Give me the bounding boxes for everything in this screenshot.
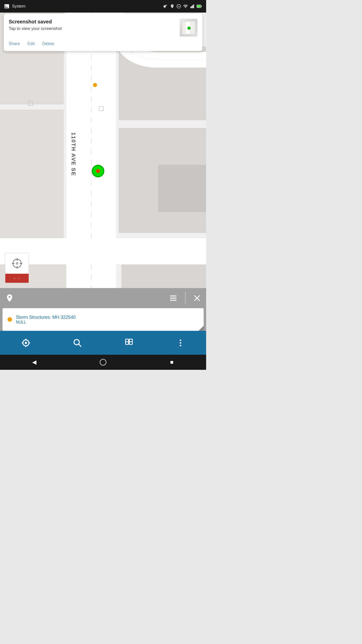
notification-thumbnail-inner <box>180 19 197 36</box>
info-card-subtitle: NULL <box>16 320 199 325</box>
svg-rect-11 <box>197 5 200 7</box>
info-card-corner <box>199 326 204 331</box>
notification-card[interactable]: Screenshot saved Tap to view your screen… <box>4 14 202 51</box>
panel-toolbar <box>0 288 206 308</box>
list-icon[interactable] <box>169 294 177 302</box>
photo-icon <box>4 4 10 9</box>
location-marker <box>92 165 104 177</box>
mute-icon <box>163 4 168 9</box>
info-card[interactable]: Storm Structures: MH 322540 NULL <box>3 308 204 331</box>
more-icon <box>176 338 185 347</box>
bottom-panel: Storm Structures: MH 322540 NULL <box>0 288 206 331</box>
svg-rect-7 <box>191 6 192 8</box>
svg-rect-23 <box>0 238 206 264</box>
panel-separator <box>185 292 186 304</box>
notification-title: Screenshot saved <box>9 19 180 25</box>
target-button-bottom[interactable]: - - <box>5 274 29 283</box>
close-icon[interactable] <box>193 294 201 302</box>
more-nav-button[interactable] <box>173 335 188 350</box>
map-pin-toolbar-icon <box>5 294 14 303</box>
map-svg <box>0 13 206 288</box>
map-area[interactable]: 110TH AVE SE - - <box>0 13 206 288</box>
locate-nav-button[interactable] <box>18 335 33 350</box>
location-pin-icon <box>170 4 174 9</box>
battery-icon <box>197 4 202 9</box>
delete-button[interactable]: Delete <box>42 42 54 46</box>
notification-thumbnail <box>180 19 197 36</box>
status-bar-right <box>163 4 202 9</box>
svg-point-54 <box>180 339 181 341</box>
orange-marker <box>93 83 97 87</box>
bookmarks-icon <box>124 338 133 347</box>
street-label: 110TH AVE SE <box>70 132 77 176</box>
info-card-title: Storm Structures: MH 322540 <box>16 315 199 320</box>
nav-bar <box>0 331 206 355</box>
panel-toolbar-left <box>5 294 14 303</box>
svg-rect-6 <box>191 7 191 8</box>
notification-header: Screenshot saved Tap to view your screen… <box>9 19 197 36</box>
svg-point-47 <box>25 342 27 344</box>
svg-rect-12 <box>201 6 202 7</box>
edit-button[interactable]: Edit <box>27 42 35 46</box>
share-button[interactable]: Share <box>9 42 20 46</box>
signal-icon <box>190 4 195 9</box>
svg-point-35 <box>188 27 190 29</box>
svg-rect-20 <box>158 165 206 212</box>
svg-point-36 <box>9 296 11 298</box>
svg-point-1 <box>6 5 7 6</box>
svg-point-55 <box>180 342 181 344</box>
search-nav-button[interactable] <box>70 335 85 350</box>
dnd-icon <box>176 4 181 9</box>
svg-rect-15 <box>0 110 64 241</box>
system-nav: ◀ ■ <box>0 355 206 370</box>
status-bar-left: System <box>4 4 25 9</box>
svg-point-48 <box>74 339 79 345</box>
panel-toolbar-right <box>169 292 201 304</box>
target-button[interactable]: - - <box>5 253 29 283</box>
svg-point-3 <box>172 5 173 6</box>
locate-icon <box>21 338 30 347</box>
wifi-icon <box>183 4 188 9</box>
info-card-dot <box>8 317 12 322</box>
svg-line-49 <box>79 344 81 347</box>
svg-rect-9 <box>193 5 194 8</box>
svg-rect-8 <box>192 5 193 8</box>
notification-subtitle: Tap to view your screenshot <box>9 26 180 31</box>
info-card-text: Storm Structures: MH 322540 NULL <box>16 315 199 325</box>
back-button[interactable]: ◀ <box>27 355 42 370</box>
home-button[interactable] <box>96 355 111 370</box>
recents-button[interactable]: ■ <box>164 355 179 370</box>
crosshair-icon <box>11 257 23 270</box>
svg-point-31 <box>16 263 18 264</box>
svg-point-57 <box>100 359 106 365</box>
location-marker-inner <box>96 169 100 173</box>
status-bar: System <box>0 0 206 13</box>
target-button-top <box>5 253 29 274</box>
app-name: System <box>12 4 25 9</box>
bookmarks-nav-button[interactable] <box>121 335 137 350</box>
notification-actions: Share Edit Delete <box>9 42 197 46</box>
map-background: 110TH AVE SE - - <box>0 13 206 288</box>
home-circle-icon <box>100 359 107 366</box>
notification-text-block: Screenshot saved Tap to view your screen… <box>9 19 180 31</box>
svg-point-56 <box>180 345 181 346</box>
search-icon <box>73 338 82 347</box>
